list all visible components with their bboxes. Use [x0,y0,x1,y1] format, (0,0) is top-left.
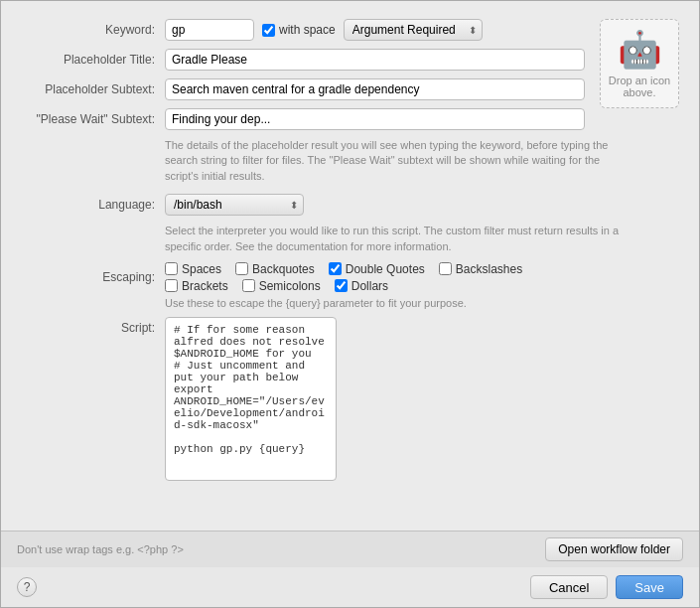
with-space-container: with space [262,23,336,37]
script-row: Script: # If for some reason alfred does… [21,317,679,484]
dialog: Keyword: with space Argument Required Ar… [0,0,700,608]
escape-semicolons-checkbox[interactable] [242,279,255,292]
footer-bar: Don't use wrap tags e.g. <?php ?> Open w… [1,531,699,567]
please-wait-row: "Please Wait" Subtext: [21,108,585,130]
content-area: Keyword: with space Argument Required Ar… [1,1,699,531]
language-field: /bin/bash /usr/bin/python /usr/bin/ruby … [165,194,679,216]
escaping-label: Escaping: [21,270,165,284]
placeholder-subtext-row: Placeholder Subtext: [21,78,585,100]
cancel-button[interactable]: Cancel [530,575,608,599]
open-folder-button[interactable]: Open workflow folder [545,537,683,561]
escape-dollars-checkbox[interactable] [335,279,348,292]
escaping-field: Spaces Backquotes Double Quotes Bac [165,262,679,293]
please-wait-label: "Please Wait" Subtext: [21,112,165,126]
placeholder-title-row: Placeholder Title: [21,49,585,71]
placeholder-title-label: Placeholder Title: [21,53,165,67]
escape-spaces: Spaces [165,262,221,276]
placeholder-hint: The details of the placeholder result yo… [165,138,622,184]
script-label: Script: [21,317,165,335]
escape-double-quotes: Double Quotes [329,262,425,276]
language-select-wrapper: /bin/bash /usr/bin/python /usr/bin/ruby … [165,194,304,216]
action-buttons: Cancel Save [530,575,683,599]
with-space-label: with space [279,23,336,37]
keyword-row: Keyword: with space Argument Required Ar… [21,19,585,41]
with-space-checkbox[interactable] [262,24,275,37]
escaping-row-1: Spaces Backquotes Double Quotes Bac [165,262,679,276]
escape-brackets: Brackets [165,279,228,293]
placeholder-subtext-field [165,78,585,100]
escape-backquotes-checkbox[interactable] [235,262,248,275]
android-icon: 🤖 [618,29,662,71]
argument-select[interactable]: Argument Required Argument Optional No A… [344,19,483,41]
button-bar: ? Cancel Save [1,567,699,607]
please-wait-input[interactable] [165,108,585,130]
escape-backslashes: Backslashes [439,262,522,276]
placeholder-subtext-label: Placeholder Subtext: [21,82,165,96]
placeholder-title-input[interactable] [165,49,585,71]
language-row: Language: /bin/bash /usr/bin/python /usr… [21,194,679,216]
please-wait-field [165,108,585,130]
escape-dollars: Dollars [335,279,388,293]
escape-spaces-checkbox[interactable] [165,262,178,275]
escape-backslashes-checkbox[interactable] [439,262,452,275]
drop-icon-text: Drop an icon above. [605,75,674,98]
top-section: Keyword: with space Argument Required Ar… [21,19,679,138]
language-select[interactable]: /bin/bash /usr/bin/python /usr/bin/ruby … [165,194,304,216]
escaping-hint: Use these to escape the {query} paramete… [165,297,679,309]
keyword-label: Keyword: [21,23,165,37]
help-button[interactable]: ? [17,577,37,597]
top-fields: Keyword: with space Argument Required Ar… [21,19,585,138]
keyword-input[interactable] [165,19,254,41]
argument-select-wrapper: Argument Required Argument Optional No A… [344,19,483,41]
placeholder-subtext-input[interactable] [165,78,585,100]
save-button[interactable]: Save [616,575,683,599]
escaping-row-2: Brackets Semicolons Dollars [165,279,679,293]
placeholder-title-field [165,49,585,71]
script-field: # If for some reason alfred does not res… [165,317,679,484]
escaping-options: Spaces Backquotes Double Quotes Bac [165,262,679,293]
escape-semicolons: Semicolons [242,279,321,293]
language-hint: Select the interpreter you would like to… [165,224,622,254]
escaping-row: Escaping: Spaces Backquotes [21,262,679,293]
escape-double-quotes-checkbox[interactable] [329,262,342,275]
keyword-field: with space Argument Required Argument Op… [165,19,585,41]
footer-hint: Don't use wrap tags e.g. <?php ?> [17,543,184,555]
escape-brackets-checkbox[interactable] [165,279,178,292]
icon-drop-area[interactable]: 🤖 Drop an icon above. [600,19,679,108]
language-label: Language: [21,198,165,212]
script-textarea[interactable]: # If for some reason alfred does not res… [165,317,337,481]
escape-backquotes: Backquotes [235,262,315,276]
